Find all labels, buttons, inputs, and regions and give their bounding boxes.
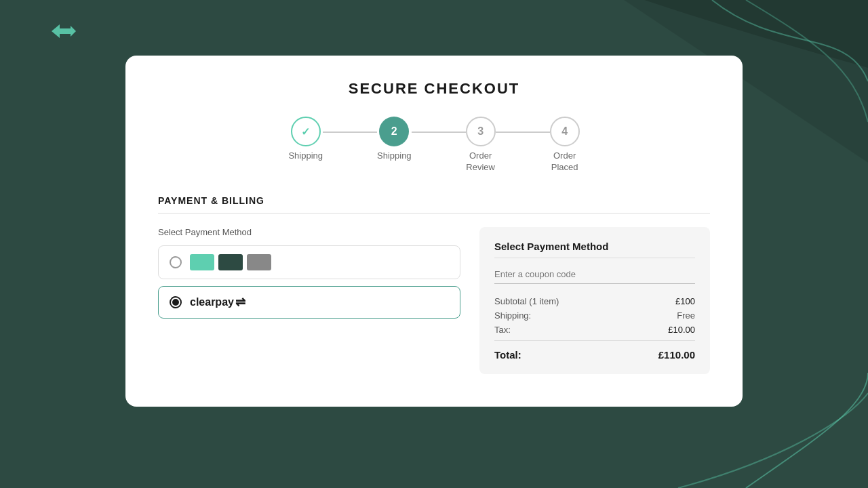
step-2: 2 Shipping bbox=[377, 117, 412, 162]
section-title: PAYMENT & BILLING bbox=[158, 195, 710, 206]
step-1: ✓ Shipping bbox=[288, 117, 323, 162]
step-3: 3 OrderReview bbox=[466, 117, 496, 174]
subtotal-line: Subtotal (1 item) £100 bbox=[494, 296, 695, 306]
step-2-circle: 2 bbox=[379, 117, 409, 146]
total-label: Total: bbox=[494, 349, 521, 361]
step-2-label: Shipping bbox=[377, 150, 412, 162]
tax-line: Tax: £10.00 bbox=[494, 325, 695, 335]
card-icons bbox=[190, 254, 271, 270]
step-4-number: 4 bbox=[561, 125, 568, 138]
payment-option-clearpay[interactable]: clearpay⇌ bbox=[158, 286, 460, 319]
clearpay-logo: clearpay⇌ bbox=[190, 295, 245, 310]
payment-options-column: Select Payment Method clearpay⇌ bbox=[158, 227, 460, 374]
subtotal-label: Subtotal (1 item) bbox=[494, 296, 559, 306]
shipping-line: Shipping: Free bbox=[494, 310, 695, 321]
logo-icon bbox=[46, 19, 76, 46]
order-summary-panel: Select Payment Method Subtotal (1 item) … bbox=[479, 227, 710, 374]
shipping-label: Shipping: bbox=[494, 310, 531, 321]
radio-clearpay[interactable] bbox=[170, 296, 182, 308]
step-1-label: Shipping bbox=[288, 150, 323, 162]
summary-title: Select Payment Method bbox=[494, 241, 695, 258]
step-3-label: OrderReview bbox=[466, 150, 495, 174]
step-4-label: OrderPlaced bbox=[551, 150, 578, 174]
card-icon-dark bbox=[218, 254, 243, 270]
step-4-circle: 4 bbox=[550, 117, 580, 146]
content-area: Select Payment Method clearpay⇌ bbox=[158, 227, 710, 374]
total-value: £110.00 bbox=[658, 349, 695, 361]
card-icon-teal bbox=[190, 254, 214, 270]
clearpay-text: clearpay bbox=[190, 296, 234, 308]
total-line: Total: £110.00 bbox=[494, 340, 695, 361]
select-payment-label: Select Payment Method bbox=[158, 227, 460, 237]
shipping-value: Free bbox=[677, 310, 695, 321]
step-3-number: 3 bbox=[477, 125, 484, 138]
tax-label: Tax: bbox=[494, 325, 511, 335]
radio-inner-clearpay bbox=[172, 299, 179, 306]
checkout-stepper: ✓ Shipping 2 Shipping 3 OrderReview 4 bbox=[158, 117, 710, 174]
step-1-icon: ✓ bbox=[301, 125, 310, 138]
page-title: SECURE CHECKOUT bbox=[158, 80, 710, 98]
section-divider bbox=[158, 213, 710, 214]
step-connector-2 bbox=[412, 131, 466, 133]
tax-value: £10.00 bbox=[668, 325, 695, 335]
step-1-circle: ✓ bbox=[291, 117, 321, 146]
subtotal-value: £100 bbox=[675, 296, 695, 306]
step-3-circle: 3 bbox=[466, 117, 496, 146]
step-connector-3 bbox=[496, 131, 550, 133]
step-connector-1 bbox=[323, 131, 377, 133]
clearpay-arrow-icon: ⇌ bbox=[235, 295, 245, 310]
step-4: 4 OrderPlaced bbox=[550, 117, 580, 174]
radio-card[interactable] bbox=[170, 256, 182, 268]
step-2-number: 2 bbox=[391, 125, 397, 138]
checkout-card: SECURE CHECKOUT ✓ Shipping 2 Shipping 3 … bbox=[125, 56, 743, 407]
payment-option-card[interactable] bbox=[158, 245, 460, 279]
card-icon-gray bbox=[247, 254, 271, 270]
coupon-input[interactable] bbox=[494, 265, 695, 284]
